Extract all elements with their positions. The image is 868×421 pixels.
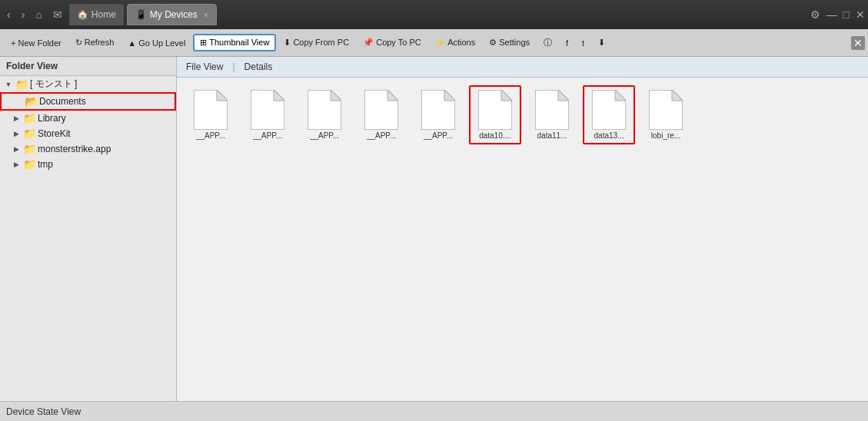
tree-item-root[interactable]: ▼ 📁 [ モンスト ] [0, 76, 176, 92]
refresh-button[interactable]: ↻ Refresh [69, 35, 121, 51]
tree-item-storekit[interactable]: ▶ 📁 StoreKit [0, 126, 176, 141]
nav-home-button[interactable]: ⌂ [32, 7, 45, 22]
thumb-item[interactable]: data13... [583, 85, 635, 144]
tree-label: Documents [39, 96, 86, 107]
folder-icon: 📂 [25, 95, 38, 108]
window-controls: ⚙ — □ ✕ [810, 8, 865, 21]
tab-separator: | [232, 61, 234, 72]
folder-icon: 📁 [23, 128, 36, 140]
thumb-item[interactable]: __APP... [298, 85, 351, 144]
file-icon [364, 90, 398, 130]
file-icon [194, 90, 228, 130]
device-state-bar: Device State View [0, 401, 868, 421]
thumb-label: data10.... [479, 131, 511, 140]
thumb-label: __APP... [253, 131, 282, 140]
file-icon [535, 90, 569, 130]
file-icon [421, 90, 455, 130]
tree-item-library[interactable]: ▶ 📁 Library [0, 111, 176, 126]
new-folder-button[interactable]: + New Folder [5, 35, 68, 51]
thumbnail-view-button[interactable]: ⊞ Thumbnail View [193, 34, 276, 51]
thumb-label: __APP... [424, 131, 453, 140]
home-tab-icon: 🏠 [77, 9, 88, 20]
svg-marker-15 [615, 90, 626, 101]
svg-marker-7 [387, 90, 398, 101]
mydevices-tab-icon: 📱 [135, 9, 147, 20]
thumb-label: __APP... [310, 131, 339, 140]
device-state-label: Device State View [6, 406, 81, 417]
mydevices-tab-close[interactable]: × [204, 11, 208, 19]
thumb-item[interactable]: data10.... [469, 85, 521, 144]
tab-details[interactable]: Details [241, 60, 276, 74]
nav-back-button[interactable]: ‹ [3, 7, 15, 22]
svg-marker-17 [672, 90, 683, 101]
copy-from-pc-button[interactable]: ⬇ Copy From PC [278, 35, 355, 51]
svg-marker-1 [217, 90, 228, 101]
file-icon [592, 90, 626, 130]
thumb-item[interactable]: data11... [526, 85, 578, 144]
expand-icon [12, 96, 23, 107]
mydevices-tab-label: My Devices [150, 9, 198, 20]
main-area: Folder View ▼ 📁 [ モンスト ] 📂 Documents ▶ 📁… [0, 57, 868, 401]
folder-icon: 📁 [23, 143, 36, 155]
nav-mail-button[interactable]: ✉ [49, 7, 66, 22]
mydevices-tab[interactable]: 📱 My Devices × [127, 4, 217, 25]
toolbar-close-button[interactable]: ✕ [851, 36, 865, 50]
expand-icon: ▶ [11, 159, 22, 170]
thumb-item[interactable]: __APP... [412, 85, 464, 144]
thumb-label: data11... [537, 131, 567, 140]
scroll-button[interactable]: ⬇ [592, 35, 611, 51]
folder-view-header: Folder View [0, 57, 176, 76]
tree-item-monsterstrike[interactable]: ▶ 📁 monsterstrike.app [0, 141, 176, 157]
file-icon [478, 90, 512, 130]
twitter-button[interactable]: t [576, 35, 590, 51]
tab-file-view[interactable]: File View [183, 60, 226, 74]
actions-button[interactable]: ⚡ Actions [429, 35, 482, 51]
titlebar: ‹ › ⌂ ✉ 🏠 Home 📱 My Devices × ⚙ — □ ✕ [0, 0, 868, 29]
expand-icon: ▶ [11, 113, 22, 124]
svg-marker-3 [274, 90, 284, 101]
tree-label: monsterstrike.app [38, 144, 111, 154]
tree-label: tmp [38, 159, 53, 170]
minimize-icon[interactable]: — [826, 8, 837, 21]
settings-button[interactable]: ⚙ Settings [483, 35, 536, 51]
go-up-level-button[interactable]: ▲ Go Up Level [121, 35, 191, 51]
folder-icon: 📁 [23, 112, 36, 124]
svg-marker-13 [558, 90, 569, 101]
facebook-button[interactable]: f [560, 35, 574, 51]
thumb-label: lobi_re... [651, 131, 680, 140]
nav-forward-button[interactable]: › [18, 7, 29, 22]
expand-icon: ▶ [11, 144, 22, 154]
file-icon [308, 90, 341, 130]
tree-label: StoreKit [38, 128, 71, 139]
expand-icon: ▼ [3, 79, 14, 90]
tree-item-documents[interactable]: 📂 Documents [0, 92, 176, 111]
thumb-label: data13... [594, 131, 624, 140]
thumb-item[interactable]: lobi_re... [640, 85, 692, 144]
tree-item-tmp[interactable]: ▶ 📁 tmp [0, 157, 176, 172]
folder-icon: 📁 [23, 158, 36, 171]
home-tab[interactable]: 🏠 Home [69, 4, 124, 25]
thumb-label: __APP... [196, 131, 225, 140]
thumb-item[interactable]: __APP... [355, 85, 407, 144]
file-thumbnails: __APP... __APP... __APP... __APP... __AP… [177, 78, 868, 401]
file-area: File View | Details __APP... __APP... __… [177, 57, 868, 401]
thumb-item[interactable]: __APP... [185, 85, 237, 144]
settings-icon[interactable]: ⚙ [810, 8, 820, 21]
svg-marker-11 [501, 90, 512, 101]
maximize-icon[interactable]: □ [843, 8, 850, 21]
info-button[interactable]: ⓘ [537, 34, 558, 51]
tree-label: [ モンスト ] [30, 78, 77, 91]
thumb-item[interactable]: __APP... [241, 85, 294, 144]
thumb-label: __APP... [367, 131, 396, 140]
tree-label: Library [38, 113, 66, 124]
folder-icon: 📁 [15, 78, 28, 91]
file-icon [251, 90, 284, 130]
expand-icon: ▶ [11, 128, 22, 139]
copy-to-pc-button[interactable]: 📌 Copy To PC [357, 35, 427, 51]
file-view-tabs: File View | Details [177, 57, 868, 78]
svg-marker-9 [444, 90, 455, 101]
window-close-icon[interactable]: ✕ [856, 8, 865, 21]
svg-marker-5 [331, 90, 341, 101]
folder-view-panel: Folder View ▼ 📁 [ モンスト ] 📂 Documents ▶ 📁… [0, 57, 177, 401]
file-icon [649, 90, 683, 130]
